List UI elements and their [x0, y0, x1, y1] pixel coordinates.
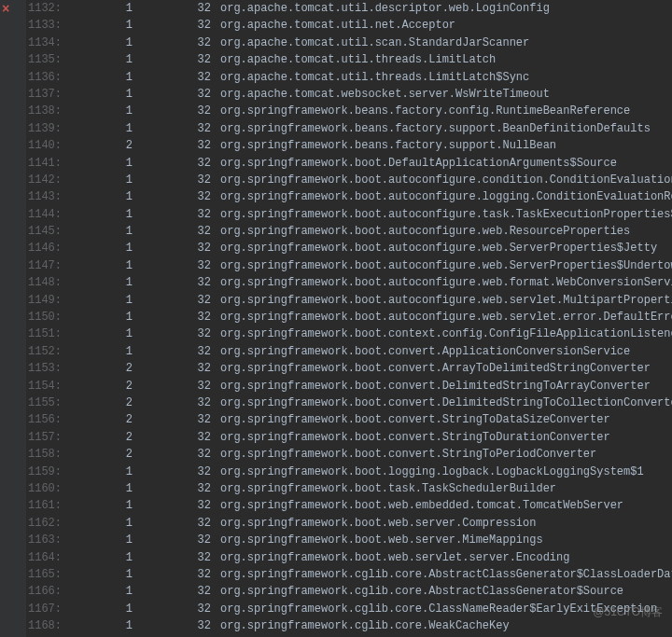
code-row[interactable]: 1147:132org.springframework.boot.autocon… — [26, 257, 672, 274]
code-row[interactable]: 1135:132org.apache.tomcat.util.threads.L… — [26, 51, 672, 68]
instances-count: 1 — [65, 35, 140, 51]
code-row[interactable]: 1137:132org.apache.tomcat.websocket.serv… — [26, 86, 672, 103]
line-number: 1159: — [26, 464, 65, 480]
bytes-count: 32 — [140, 464, 218, 480]
instances-count: 2 — [65, 378, 140, 395]
code-content[interactable]: 1132:132org.apache.tomcat.util.descripto… — [26, 0, 672, 637]
line-number: 1153: — [26, 360, 65, 377]
code-row[interactable]: 1148:132org.springframework.boot.autocon… — [26, 274, 672, 291]
line-number: 1141: — [26, 155, 65, 172]
code-row[interactable]: 1145:132org.springframework.boot.autocon… — [26, 223, 672, 240]
line-number: 1137: — [26, 86, 65, 103]
instances-count: 2 — [65, 429, 140, 446]
instances-count: 1 — [65, 325, 140, 342]
code-row[interactable]: 1152:132org.springframework.boot.convert… — [26, 343, 672, 360]
code-row[interactable]: 1146:132org.springframework.boot.autocon… — [26, 240, 672, 256]
bytes-count: 32 — [140, 446, 218, 463]
instances-count: 2 — [65, 360, 140, 377]
class-name: org.springframework.beans.factory.config… — [218, 103, 630, 119]
class-name: org.apache.tomcat.util.scan.StandardJarS… — [218, 35, 529, 51]
class-name: org.springframework.boot.autoconfigure.c… — [218, 172, 672, 188]
class-name: org.apache.tomcat.util.net.Acceptor — [218, 17, 455, 34]
code-row[interactable]: 1132:132org.apache.tomcat.util.descripto… — [26, 0, 672, 17]
code-row[interactable]: 1161:132org.springframework.boot.web.emb… — [26, 497, 672, 514]
line-number: 1132: — [26, 0, 65, 17]
bytes-count: 32 — [140, 69, 218, 86]
bytes-count: 32 — [140, 188, 218, 205]
code-row[interactable]: 1142:132org.springframework.boot.autocon… — [26, 172, 672, 188]
line-number: 1157: — [26, 429, 65, 446]
code-row[interactable]: 1166:132org.springframework.cglib.core.A… — [26, 583, 672, 600]
line-number: 1152: — [26, 343, 65, 360]
bytes-count: 32 — [140, 0, 218, 17]
code-row[interactable]: 1144:132org.springframework.boot.autocon… — [26, 206, 672, 223]
instances-count: 1 — [65, 86, 140, 103]
code-row[interactable]: 1139:132org.springframework.beans.factor… — [26, 120, 672, 137]
code-row[interactable]: 1156:232org.springframework.boot.convert… — [26, 411, 672, 428]
line-number: 1163: — [26, 532, 65, 548]
class-name: org.springframework.boot.convert.StringT… — [218, 429, 610, 446]
code-row[interactable]: 1134:132org.apache.tomcat.util.scan.Stan… — [26, 35, 672, 51]
code-row[interactable]: 1153:232org.springframework.boot.convert… — [26, 360, 672, 377]
instances-count: 1 — [65, 515, 140, 532]
class-name: org.apache.tomcat.util.threads.LimitLatc… — [218, 69, 529, 86]
code-row[interactable]: 1140:232org.springframework.beans.factor… — [26, 137, 672, 154]
code-row[interactable]: 1151:132org.springframework.boot.context… — [26, 325, 672, 342]
code-row[interactable]: 1162:132org.springframework.boot.web.ser… — [26, 515, 672, 532]
code-row[interactable]: 1138:132org.springframework.beans.factor… — [26, 103, 672, 119]
gutter — [0, 0, 26, 637]
instances-count: 1 — [65, 155, 140, 172]
instances-count: 1 — [65, 0, 140, 17]
code-row[interactable]: 1163:132org.springframework.boot.web.ser… — [26, 532, 672, 548]
class-name: org.springframework.cglib.core.AbstractC… — [218, 583, 623, 600]
bytes-count: 32 — [140, 155, 218, 172]
code-row[interactable]: 1149:132org.springframework.boot.autocon… — [26, 292, 672, 309]
bytes-count: 32 — [140, 360, 218, 377]
code-row[interactable]: 1136:132org.apache.tomcat.util.threads.L… — [26, 69, 672, 86]
close-icon[interactable]: × — [2, 2, 9, 17]
bytes-count: 32 — [140, 120, 218, 137]
bytes-count: 32 — [140, 240, 218, 256]
bytes-count: 32 — [140, 223, 218, 240]
code-row[interactable]: 1155:232org.springframework.boot.convert… — [26, 395, 672, 411]
code-row[interactable]: 1159:132org.springframework.boot.logging… — [26, 464, 672, 480]
code-row[interactable]: 1150:132org.springframework.boot.autocon… — [26, 309, 672, 325]
instances-count: 1 — [65, 103, 140, 119]
class-name: org.springframework.boot.DefaultApplicat… — [218, 155, 617, 172]
bytes-count: 32 — [140, 566, 218, 583]
instances-count: 1 — [65, 223, 140, 240]
line-number: 1134: — [26, 35, 65, 51]
instances-count: 1 — [65, 601, 140, 617]
code-row[interactable]: 1160:132org.springframework.boot.task.Ta… — [26, 480, 672, 497]
line-number: 1145: — [26, 223, 65, 240]
code-row[interactable]: 1158:232org.springframework.boot.convert… — [26, 446, 672, 463]
code-row[interactable]: 1157:232org.springframework.boot.convert… — [26, 429, 672, 446]
instances-count: 1 — [65, 188, 140, 205]
class-name: org.springframework.boot.autoconfigure.w… — [218, 257, 672, 274]
code-row[interactable]: 1165:132org.springframework.cglib.core.A… — [26, 566, 672, 583]
bytes-count: 32 — [140, 378, 218, 395]
line-number: 1166: — [26, 583, 65, 600]
line-number: 1164: — [26, 549, 65, 566]
class-name: org.springframework.boot.autoconfigure.l… — [218, 188, 672, 205]
bytes-count: 32 — [140, 292, 218, 309]
instances-count: 1 — [65, 240, 140, 256]
code-row[interactable]: 1164:132org.springframework.boot.web.ser… — [26, 549, 672, 566]
line-number: 1144: — [26, 206, 65, 223]
line-number: 1142: — [26, 172, 65, 188]
class-name: org.springframework.cglib.core.ClassName… — [218, 601, 657, 617]
bytes-count: 32 — [140, 429, 218, 446]
line-number: 1165: — [26, 566, 65, 583]
instances-count: 1 — [65, 257, 140, 274]
bytes-count: 32 — [140, 103, 218, 119]
code-row[interactable]: 1167:132org.springframework.cglib.core.C… — [26, 601, 672, 617]
code-row[interactable]: 1154:232org.springframework.boot.convert… — [26, 378, 672, 395]
line-number: 1150: — [26, 309, 65, 325]
bytes-count: 32 — [140, 583, 218, 600]
code-row[interactable]: 1143:132org.springframework.boot.autocon… — [26, 188, 672, 205]
class-name: org.springframework.beans.factory.suppor… — [218, 137, 556, 154]
code-row[interactable]: 1141:132org.springframework.boot.Default… — [26, 155, 672, 172]
code-row[interactable]: 1133:132org.apache.tomcat.util.net.Accep… — [26, 17, 672, 34]
class-name: org.springframework.boot.web.server.Mime… — [218, 532, 543, 548]
code-row[interactable]: 1168:132org.springframework.cglib.core.W… — [26, 617, 672, 634]
